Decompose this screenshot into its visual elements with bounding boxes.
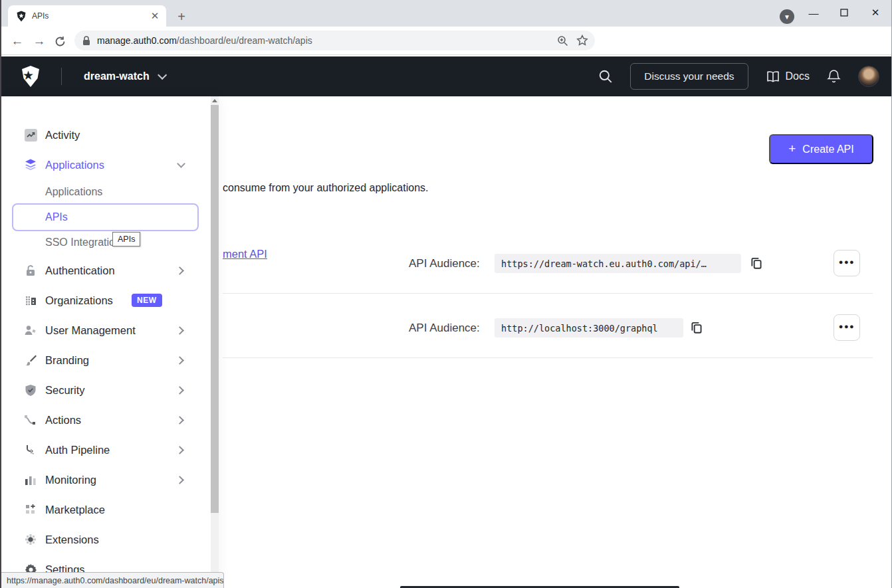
discuss-your-needs-button[interactable]: Discuss your needs — [630, 63, 748, 90]
create-api-button[interactable]: + Create API — [769, 134, 873, 164]
book-icon — [766, 70, 780, 83]
maximize-button[interactable] — [834, 3, 854, 23]
shield-check-icon — [24, 383, 37, 397]
auth0-top-nav: ★ dream-watch Discuss your needs Docs — [1, 56, 891, 96]
pipeline-arrow-icon — [24, 443, 37, 456]
browser-window: APIs ✕ + ▼ — ✕ ← → manage.auth0.com/dash… — [0, 0, 892, 588]
sidebar-item-user-management[interactable]: User Management — [1, 316, 211, 345]
new-badge: NEW — [132, 294, 162, 307]
row-menu-button[interactable]: ●●● — [834, 314, 860, 341]
browser-tab[interactable]: APIs ✕ — [8, 5, 166, 27]
chevron-right-icon — [175, 446, 184, 454]
plus-icon: + — [788, 142, 796, 156]
sidebar-scrollbar[interactable] — [211, 96, 219, 588]
nav-divider — [61, 68, 62, 85]
organization-icon — [24, 294, 37, 307]
api-audience-value: https://dream-watch.eu.auth0.com/api/… — [495, 254, 741, 273]
user-gear-icon — [24, 324, 37, 337]
row-divider — [223, 293, 873, 294]
sidebar-item-monitoring[interactable]: Monitoring — [1, 465, 211, 494]
sidebar-item-security[interactable]: Security — [1, 375, 211, 405]
media-controls-button[interactable]: ▼ — [780, 9, 794, 24]
sidebar-item-organizations[interactable]: Organizations NEW — [1, 286, 211, 315]
tab-title: APIs — [32, 11, 149, 21]
api-audience-label: API Audience: — [409, 257, 480, 270]
page-description-fragment: consume from your authorized application… — [223, 182, 429, 194]
paintbrush-icon — [24, 353, 37, 367]
back-button[interactable]: ← — [8, 32, 27, 50]
user-avatar[interactable] — [858, 66, 879, 87]
bookmark-star-icon[interactable] — [576, 35, 588, 47]
row-menu-button[interactable]: ●●● — [834, 250, 860, 276]
apis-page: + Create API consume from your authorize… — [1, 96, 891, 588]
extensions-icon — [24, 533, 37, 546]
auth0-logo-star: ★ — [23, 68, 34, 83]
lock-icon — [82, 36, 90, 46]
auth0-logo[interactable]: ★ — [20, 65, 41, 88]
chevron-right-icon — [175, 356, 184, 365]
sidebar-item-sso-integrations[interactable]: SSO Integrations — [1, 228, 211, 257]
browser-toolbar: ← → manage.auth0.com/dashboard/eu/dream-… — [1, 27, 891, 55]
sidebar-item-marketplace[interactable]: Marketplace — [1, 495, 211, 524]
chevron-right-icon — [175, 266, 184, 275]
chevron-right-icon — [175, 416, 184, 425]
activity-icon — [24, 128, 37, 142]
api-name-link[interactable]: ment API — [223, 248, 267, 260]
copy-icon[interactable] — [689, 320, 704, 335]
sidebar-item-activity[interactable]: Activity — [1, 120, 211, 149]
docs-link[interactable]: Docs — [766, 70, 810, 83]
bar-chart-icon — [24, 473, 37, 486]
api-audience-label: API Audience: — [409, 322, 480, 335]
tab-close-icon[interactable]: ✕ — [149, 10, 161, 22]
applications-icon — [24, 158, 37, 171]
row-divider — [223, 357, 873, 358]
lock-icon — [24, 264, 37, 277]
chevron-right-icon — [175, 386, 184, 395]
sidebar-item-auth-pipeline[interactable]: Auth Pipeline — [1, 435, 211, 464]
copy-icon[interactable] — [749, 256, 764, 270]
chevron-right-icon — [175, 476, 184, 484]
flow-icon — [24, 413, 37, 427]
api-audience-value: http://localhost:3000/graphql — [495, 318, 683, 338]
address-bar[interactable]: manage.auth0.com/dashboard/eu/dream-watc… — [74, 31, 595, 50]
sidebar-drawer: Activity Applications Applications APIs … — [1, 96, 211, 588]
scrollbar-thumb[interactable] — [211, 105, 219, 513]
chevron-right-icon — [175, 326, 184, 335]
search-icon[interactable] — [598, 69, 613, 84]
status-bar-url: https://manage.auth0.com/dashboard/eu/dr… — [1, 572, 224, 588]
url-text: manage.auth0.com/dashboard/eu/dream-watc… — [97, 35, 312, 46]
tenant-switcher[interactable]: dream-watch — [84, 56, 164, 96]
sidebar-item-actions[interactable]: Actions — [1, 405, 211, 435]
chevron-down-icon — [158, 70, 167, 80]
close-window-button[interactable]: ✕ — [865, 3, 885, 23]
minimize-button[interactable]: — — [804, 3, 824, 23]
tab-strip: APIs ✕ + ▼ — ✕ — [1, 0, 891, 27]
zoom-icon[interactable] — [557, 35, 568, 47]
chevron-down-icon — [177, 159, 185, 168]
marketplace-icon — [24, 503, 37, 516]
forward-button[interactable]: → — [30, 32, 49, 50]
notifications-bell-icon[interactable] — [827, 69, 841, 84]
auth0-favicon — [16, 11, 27, 22]
sidebar-item-branding[interactable]: Branding — [1, 345, 211, 375]
scrollbar-up-arrow[interactable] — [212, 99, 217, 102]
apis-tooltip: APIs — [112, 232, 140, 246]
reload-button[interactable] — [51, 32, 69, 50]
sidebar-item-authentication[interactable]: Authentication — [1, 256, 211, 285]
sidebar-item-extensions[interactable]: Extensions — [1, 525, 211, 554]
sidebar-item-applications[interactable]: Applications — [1, 150, 211, 179]
new-tab-button[interactable]: + — [173, 9, 190, 26]
